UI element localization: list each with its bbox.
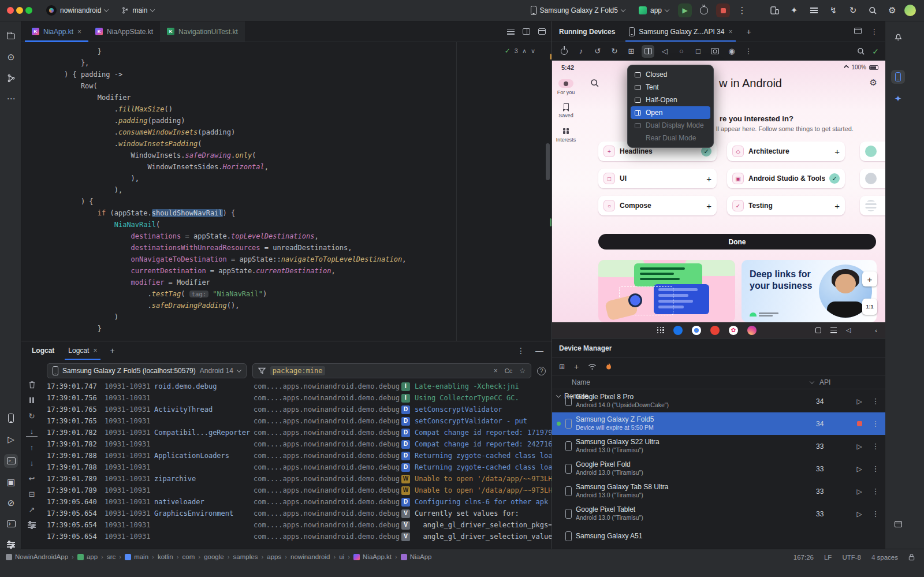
start-device-icon[interactable]: ▷ xyxy=(856,465,862,473)
previous-occurrence-button[interactable]: ↑ xyxy=(26,442,38,452)
help-icon[interactable]: ? xyxy=(537,367,546,375)
panel-options-icon[interactable]: ⋮ xyxy=(517,346,525,355)
running-devices-tool-button[interactable] xyxy=(891,70,905,84)
red-app-icon[interactable] xyxy=(710,326,720,335)
device-more-icon[interactable]: ⋮ xyxy=(870,397,881,405)
profiler-button[interactable]: ↯ xyxy=(826,3,841,18)
follow-add-icon[interactable]: + xyxy=(834,201,840,211)
editor-scrollbar[interactable] xyxy=(546,143,550,180)
code-editor[interactable]: } },) { padding -> Row( Modifier .fillMa… xyxy=(21,42,552,341)
device-screen[interactable]: 5:42 100% For you Saved Interests xyxy=(552,61,885,338)
device-more-icon[interactable]: ⋮ xyxy=(870,419,881,428)
project-tool-button[interactable] xyxy=(4,29,18,43)
logcat-tool-button[interactable]: >_ xyxy=(4,454,18,468)
stop-button[interactable] xyxy=(716,3,730,17)
zoom-ratio-button[interactable]: 1:1 xyxy=(862,299,877,315)
home-button[interactable]: ○ xyxy=(675,45,688,58)
caret-position[interactable]: 167:26 xyxy=(793,554,814,561)
breadcrumb-item[interactable]: NowinAndroidApp xyxy=(6,553,68,560)
prev-issue-icon[interactable]: ∧ xyxy=(522,47,527,55)
feature-illustration-card[interactable] xyxy=(598,260,735,322)
breadcrumb-item[interactable]: com xyxy=(182,553,195,560)
app-grid-icon[interactable] xyxy=(657,327,664,334)
taskbar-split-icon[interactable] xyxy=(815,327,821,333)
start-device-icon[interactable]: ▷ xyxy=(856,442,862,451)
editor-layout-icon[interactable] xyxy=(538,28,546,35)
export-logs-button[interactable]: ↗ xyxy=(26,504,38,515)
back-button[interactable]: ◁ xyxy=(658,45,671,58)
ai-assistant-button[interactable]: ✦ xyxy=(787,3,802,18)
promo-card[interactable]: Deep links for your business xyxy=(742,260,877,322)
device-more-icon[interactable]: ⋮ xyxy=(870,487,881,496)
logcat-tab[interactable]: Logcat × xyxy=(62,341,103,360)
debug-button[interactable] xyxy=(696,3,711,18)
logcat-rows[interactable]: 17:39:01.74710931-10931roid.demo.debugco… xyxy=(42,379,552,549)
topic-chip[interactable]: ✓Testing+ xyxy=(727,196,845,215)
follow-add-icon[interactable]: + xyxy=(834,147,840,157)
screen-record-button[interactable]: ◉ xyxy=(725,45,738,58)
device-explorer-button[interactable] xyxy=(4,411,18,425)
breadcrumb-item[interactable]: main xyxy=(125,553,148,560)
power-button[interactable] xyxy=(558,45,571,58)
todo-button[interactable] xyxy=(806,3,821,18)
volume-button[interactable]: ♪ xyxy=(575,45,587,58)
file-encoding[interactable]: UTF-8 xyxy=(842,554,861,561)
breadcrumb-item[interactable]: src xyxy=(107,553,116,560)
tab-niaapp[interactable]: K NiaApp.kt × xyxy=(25,21,88,42)
overview-button[interactable]: □ xyxy=(692,45,705,58)
tab-navigationuitest[interactable]: K NavigationUiTest.kt xyxy=(160,21,245,42)
zoom-in-button[interactable]: + xyxy=(862,271,877,286)
device-row[interactable]: Samsung Galaxy Z Fold5Device will expire… xyxy=(552,412,885,435)
minimize-window-button[interactable] xyxy=(16,7,23,14)
rotate-left-button[interactable]: ↺ xyxy=(591,45,604,58)
structure-tool-button[interactable] xyxy=(4,71,18,85)
run-button[interactable]: ▶ xyxy=(678,3,692,17)
user-avatar[interactable] xyxy=(904,5,916,16)
file-structure-icon[interactable] xyxy=(507,29,515,35)
close-tab-icon[interactable]: × xyxy=(728,28,732,35)
terminal-tool-button[interactable]: ❯ xyxy=(4,517,18,531)
next-issue-icon[interactable]: ∨ xyxy=(531,47,535,55)
start-device-icon[interactable]: ▷ xyxy=(856,487,862,496)
breadcrumb-item[interactable]: nowinandroid xyxy=(290,553,330,560)
device-row[interactable]: Google Pixel FoldAndroid 13.0 ("Tiramisu… xyxy=(552,457,885,480)
fold-posture-button[interactable] xyxy=(642,45,654,58)
sync-button[interactable]: ↻ xyxy=(845,3,860,18)
more-device-actions-button[interactable]: ⋮ xyxy=(742,45,755,58)
firebase-button[interactable] xyxy=(606,363,612,371)
indent-setting[interactable]: 4 spaces xyxy=(871,554,898,561)
breadcrumb-item[interactable]: NiaApp.kt xyxy=(353,553,392,560)
start-device-icon[interactable]: ▷ xyxy=(856,397,862,405)
running-device-tab[interactable]: Samsung Galaxy Z...API 34 × xyxy=(623,21,738,42)
sort-icon[interactable] xyxy=(810,379,814,384)
project-widget[interactable]: nowinandroid xyxy=(42,3,113,18)
close-window-button[interactable] xyxy=(7,7,14,14)
gemini-tool-button[interactable]: ✦ xyxy=(891,92,905,106)
topic-chip[interactable]: ○Compose+ xyxy=(598,196,717,215)
device-more-icon[interactable]: ⋮ xyxy=(870,464,881,473)
zoom-icon[interactable] xyxy=(857,47,865,55)
notifications-button[interactable] xyxy=(891,29,905,43)
nav-saved[interactable]: Saved xyxy=(552,102,580,118)
clear-filter-icon[interactable]: × xyxy=(494,367,498,375)
resource-manager-button[interactable]: ▣ xyxy=(4,475,18,489)
pair-wifi-button[interactable] xyxy=(588,363,597,370)
restart-logcat-button[interactable]: ↻ xyxy=(26,411,38,421)
zoom-window-button[interactable] xyxy=(25,7,32,14)
nav-interests[interactable]: Interests xyxy=(552,126,580,143)
api-column-header[interactable]: API xyxy=(819,378,852,386)
name-column-header[interactable]: Name xyxy=(572,378,590,386)
breadcrumb-item[interactable]: apps xyxy=(267,553,281,560)
app-settings-icon[interactable]: ⚙ xyxy=(870,77,877,88)
follow-add-icon[interactable]: + xyxy=(706,174,711,184)
more-actions-button[interactable]: ⋮ xyxy=(735,3,750,18)
breadcrumb-item[interactable]: samples xyxy=(233,553,258,560)
add-device-tab-button[interactable]: + xyxy=(742,27,755,36)
messages-app-icon[interactable] xyxy=(673,326,683,335)
close-tab-icon[interactable]: × xyxy=(93,347,97,354)
run-tool-button[interactable]: ▷ xyxy=(4,433,18,446)
hide-panel-icon[interactable]: — xyxy=(535,346,543,355)
logcat-device-selector[interactable]: Samsung Galaxy Z Fold5 (localhost:50579)… xyxy=(47,363,247,378)
photos-app-icon[interactable]: ✿ xyxy=(729,326,738,335)
lock-icon[interactable] xyxy=(908,553,915,561)
